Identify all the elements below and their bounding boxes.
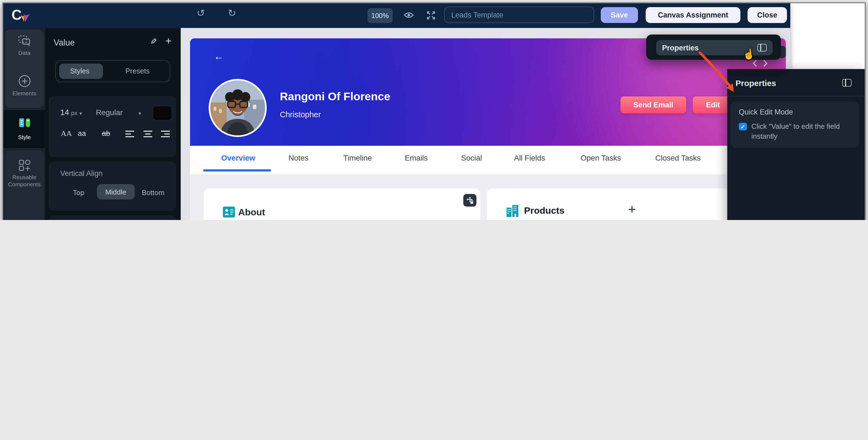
record-name[interactable]: Rangoni Of Florence — [280, 90, 390, 103]
styles-presets-switch: Styles Presets — [55, 60, 170, 82]
tab-notes[interactable]: Notes — [288, 153, 308, 162]
valign-top-button[interactable]: Top — [73, 188, 84, 197]
quick-edit-checkbox-label: Click "Value" to edit the field instantl… — [751, 122, 851, 141]
checkmark-icon: ✓ — [741, 123, 745, 129]
tab-all-fields[interactable]: All Fields — [514, 153, 545, 162]
properties-popup-button[interactable]: Properties — [656, 40, 773, 55]
panel-toggle-icon — [757, 44, 767, 52]
style-icon — [17, 117, 31, 129]
move-lock-icon — [466, 197, 474, 204]
tab-overview[interactable]: Overview — [221, 153, 255, 162]
vertical-align-card: Vertical Align Top Middle Bottom — [49, 162, 176, 211]
panel-header: Properties — [727, 69, 865, 96]
back-arrow-icon[interactable]: ← — [214, 51, 224, 62]
cv-logo: C — [11, 7, 30, 24]
sidebar-item-reusable-components[interactable]: Reusable Components — [3, 159, 45, 188]
logo-bird-icon — [21, 14, 30, 23]
template-name-input[interactable] — [444, 7, 594, 23]
add-style-icon[interactable]: + — [165, 35, 172, 47]
active-tab-underline — [203, 169, 271, 172]
popup-label: Properties — [662, 43, 699, 52]
quick-edit-title: Quick Edit Mode — [739, 108, 793, 116]
editor-rail: Data Elements Style — [3, 28, 45, 220]
products-buildings-icon — [506, 204, 519, 217]
tab-styles[interactable]: Styles — [70, 67, 90, 75]
browser-window: C ↺ ↻ 100% Save Can — [2, 2, 866, 220]
style-properties-panel: Value ✎ + Styles Presets 14 px ▾ Regular… — [45, 28, 181, 220]
screenshot-stage: C ↺ ↻ 100% Save Can — [0, 0, 868, 220]
logo-letter: C — [11, 7, 21, 24]
about-move-lock-chip[interactable] — [463, 194, 476, 207]
properties-side-panel: Properties Quick Edit Mode ✓ Click "Valu… — [727, 69, 865, 220]
vertical-align-label: Vertical Align — [60, 169, 103, 178]
undo-icon[interactable]: ↺ — [196, 8, 205, 18]
tab-social[interactable]: Social — [461, 153, 482, 162]
tab-open-tasks[interactable]: Open Tasks — [581, 153, 621, 162]
text-color-swatch[interactable] — [153, 106, 172, 121]
tab-closed-tasks[interactable]: Closed Tasks — [655, 153, 701, 162]
close-button[interactable]: Close — [747, 7, 787, 23]
tab-timeline[interactable]: Timeline — [343, 153, 372, 162]
lowercase-button[interactable]: aa — [78, 129, 86, 138]
save-button[interactable]: Save — [601, 7, 638, 23]
fullscreen-icon[interactable] — [427, 11, 435, 20]
sidebar-item-data[interactable]: Data — [3, 35, 45, 56]
reusable-components-icon — [18, 159, 30, 172]
add-product-icon[interactable]: + — [628, 202, 636, 217]
align-left-icon[interactable] — [125, 130, 135, 138]
record-tab-bar: Overview Notes Timeline Emails Social Al… — [190, 146, 786, 174]
send-email-button[interactable]: Send Email — [620, 96, 686, 113]
canvas-assignment-button[interactable]: Canvas Assignment — [646, 7, 740, 23]
align-center-icon[interactable] — [144, 130, 153, 138]
next-record-icon — [764, 60, 767, 66]
prev-record-icon — [753, 60, 756, 66]
edit-pencil-icon[interactable]: ✎ — [150, 37, 157, 47]
panel-collapse-icon[interactable] — [842, 79, 851, 87]
crm-record-page: ← — [190, 38, 786, 220]
font-weight-dropdown[interactable]: Regular — [96, 108, 123, 117]
record-nav-arrows[interactable] — [752, 60, 768, 67]
editor-topbar: C ↺ ↻ 100% Save Can — [3, 3, 790, 28]
panel-title: Value — [54, 38, 75, 48]
about-contact-icon — [223, 207, 235, 217]
data-icon — [18, 35, 31, 47]
panel-title: Properties — [736, 78, 776, 88]
sidebar-item-style[interactable]: Style — [3, 110, 45, 148]
font-weight-caret-icon: ▾ — [138, 111, 141, 116]
uppercase-button[interactable]: AA — [61, 129, 72, 138]
quick-edit-card: Quick Edit Mode ✓ Click "Value" to edit … — [731, 101, 859, 148]
preview-eye-icon[interactable] — [404, 11, 414, 19]
quick-edit-checkbox[interactable]: ✓ — [739, 123, 747, 130]
strikethrough-button[interactable]: ab — [102, 129, 110, 138]
about-card: About Converted Account N/A Last Name Ma… — [204, 188, 480, 220]
zoom-level[interactable]: 100% — [368, 8, 393, 23]
typography-card: 14 px ▾ Regular ▾ AA aa ab — [49, 96, 176, 157]
sidebar-item-elements[interactable]: Elements — [3, 75, 45, 96]
elements-plus-icon — [18, 75, 31, 88]
hand-cursor-icon: ☝ — [742, 48, 755, 61]
valign-middle-button[interactable]: Middle — [97, 184, 135, 200]
properties-popup: Properties — [646, 34, 781, 60]
valign-bottom-button[interactable]: Bottom — [142, 188, 164, 197]
redo-icon[interactable]: ↻ — [228, 8, 236, 18]
tab-presets[interactable]: Presets — [125, 67, 150, 75]
avatar[interactable] — [209, 79, 267, 137]
tab-emails[interactable]: Emails — [405, 153, 428, 162]
align-right-icon[interactable] — [161, 130, 170, 138]
background-card: Background #000000 Hex Color Image Gradi… — [49, 215, 176, 220]
font-size-dropdown[interactable]: 14 px ▾ — [60, 108, 82, 117]
record-subtitle[interactable]: Christopher — [280, 110, 321, 119]
about-card-title: About — [238, 207, 265, 218]
products-card-title: Products — [524, 205, 564, 216]
